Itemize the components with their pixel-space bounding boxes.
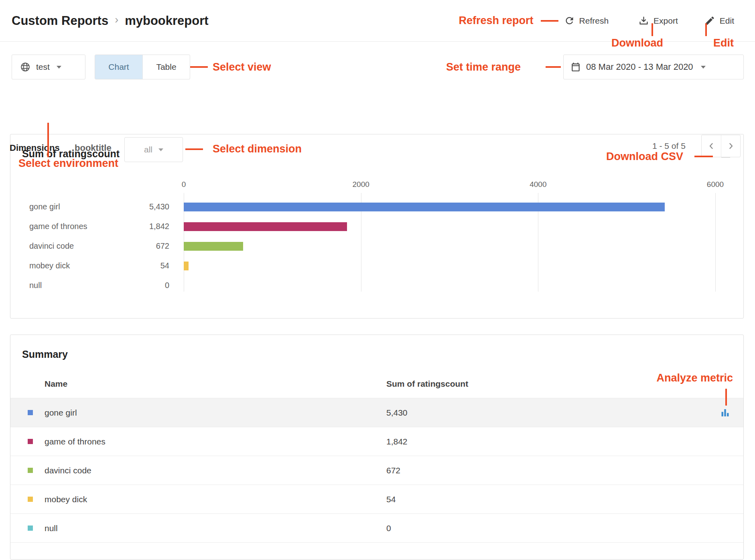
row-value: 5,430: [386, 408, 408, 418]
series-color-swatch: [28, 468, 33, 473]
breadcrumb-current: mybookreport: [125, 14, 208, 28]
annotation-edit: Edit: [713, 37, 734, 49]
chevron-down-icon: [701, 66, 706, 69]
chart-row: davinci code672: [10, 236, 715, 256]
chart-row-labels: davinci code672: [10, 241, 184, 251]
series-color-swatch: [28, 526, 33, 531]
breadcrumb-root[interactable]: Custom Reports: [12, 14, 108, 28]
bar-track: [184, 222, 715, 231]
summary-title: Summary: [22, 349, 68, 360]
refresh-label: Refresh: [579, 16, 609, 26]
refresh-icon: [564, 15, 575, 26]
annotation-refresh-report: Refresh report: [459, 14, 534, 27]
header: Custom Reports › mybookreport Refresh re…: [0, 0, 755, 42]
annotation-analyze-metric-line: [725, 389, 727, 406]
annotation-edit-line: [705, 23, 707, 36]
pagination-range: 1 - 5 of 5: [652, 141, 686, 151]
header-actions: Refresh report Refresh Export Edit: [459, 14, 734, 27]
pagination-prev-button[interactable]: [702, 135, 721, 157]
annotation-select-environment-line: [47, 123, 49, 157]
series-color-swatch: [28, 497, 33, 502]
row-name: mobey dick: [45, 495, 386, 504]
export-label: Export: [654, 16, 678, 26]
edit-label: Edit: [720, 16, 734, 26]
table-row[interactable]: gone girl5,430: [10, 398, 743, 427]
annotation-select-view-line: [190, 66, 208, 68]
chart-category-label: mobey dick: [29, 261, 70, 270]
table-row[interactable]: game of thrones1,842: [10, 427, 743, 456]
annotation-download-line: [651, 23, 653, 36]
view-toggle: Chart Table: [95, 55, 190, 79]
chart-category-label: gone girl: [29, 202, 60, 211]
bar-track: [184, 262, 715, 270]
annotation-select-environment: Select environment: [18, 157, 118, 170]
chart-row: mobey dick54: [10, 256, 715, 276]
chart-row: null0: [10, 276, 715, 295]
refresh-button[interactable]: Refresh: [564, 15, 609, 26]
chart-value-label: 54: [160, 261, 169, 270]
summary-card: Summary Name Sum of ratingscount Analyze…: [10, 335, 744, 560]
chart-value-label: 1,842: [149, 222, 169, 231]
environment-selector[interactable]: test: [12, 55, 85, 79]
pagination: [701, 135, 741, 157]
pagination-next-button[interactable]: [721, 135, 740, 157]
table-row[interactable]: null0: [10, 513, 743, 542]
tab-table[interactable]: Table: [142, 55, 190, 79]
download-icon: [638, 15, 649, 26]
analyze-metric-icon[interactable]: [720, 407, 731, 418]
chart-row: game of thrones1,842: [10, 217, 715, 236]
tab-chart[interactable]: Chart: [95, 55, 142, 79]
chart-value-label: 0: [165, 281, 169, 290]
annotation-download-csv: Download CSV: [606, 150, 683, 163]
chart-row-labels: gone girl5,430: [10, 202, 184, 211]
annotation-download-csv-line: [694, 156, 713, 157]
chart-rows: gone girl5,430game of thrones1,842davinc…: [10, 197, 715, 295]
gridline: [715, 193, 716, 292]
breadcrumb: Custom Reports › mybookreport: [12, 14, 209, 28]
chart-row-labels: null0: [10, 281, 184, 290]
chart-category-label: null: [29, 281, 42, 290]
dimension-name: booktitle: [75, 143, 112, 153]
chart-row-labels: mobey dick54: [10, 261, 184, 270]
table-row[interactable]: mobey dick54: [10, 485, 743, 513]
annotation-refresh-line: [541, 20, 558, 22]
chart-card: Sum of ratingscount Download CSV 0200040…: [10, 134, 744, 319]
chart-row: gone girl5,430: [10, 197, 715, 217]
bar-track: [184, 242, 715, 251]
row-name: game of thrones: [45, 437, 386, 446]
row-name: gone girl: [45, 408, 386, 418]
annotation-download: Download: [611, 37, 663, 49]
row-value: 672: [386, 466, 400, 475]
date-range-picker[interactable]: 08 Mar 2020 - 13 Mar 2020: [563, 55, 744, 79]
bar-track: [184, 203, 715, 211]
column-header-name: Name: [45, 379, 67, 389]
row-name: null: [45, 523, 386, 533]
export-button[interactable]: Export: [638, 15, 678, 26]
bar[interactable]: [184, 242, 243, 251]
row-value: 1,842: [386, 437, 408, 446]
chart-row-labels: game of thrones1,842: [10, 222, 184, 231]
dimension-value: all: [144, 145, 152, 154]
bar-track: [184, 281, 715, 290]
bar[interactable]: [184, 222, 347, 231]
chevron-down-icon: [158, 148, 163, 151]
dimension-select[interactable]: all: [124, 137, 183, 162]
axis-tick-label: 2000: [353, 180, 369, 189]
summary-table: gone girl5,430game of thrones1,842davinc…: [10, 398, 743, 543]
bar[interactable]: [184, 203, 665, 211]
table-row[interactable]: davinci code672: [10, 456, 743, 485]
row-value: 54: [386, 495, 396, 504]
chevron-down-icon: [57, 66, 61, 69]
annotation-select-view: Select view: [213, 61, 271, 73]
edit-button[interactable]: Edit: [704, 15, 734, 26]
column-header-value: Sum of ratingscount: [386, 379, 468, 389]
axis-tick-label: 6000: [707, 180, 724, 189]
environment-label: test: [36, 62, 50, 72]
annotation-set-time-range: Set time range: [446, 61, 521, 73]
bar[interactable]: [184, 262, 189, 270]
chart-value-label: 5,430: [149, 202, 169, 211]
chevron-right-icon: [726, 141, 736, 151]
annotation-analyze-metric: Analyze metric: [656, 372, 733, 384]
calendar-icon: [570, 62, 581, 72]
series-color-swatch: [28, 439, 33, 444]
